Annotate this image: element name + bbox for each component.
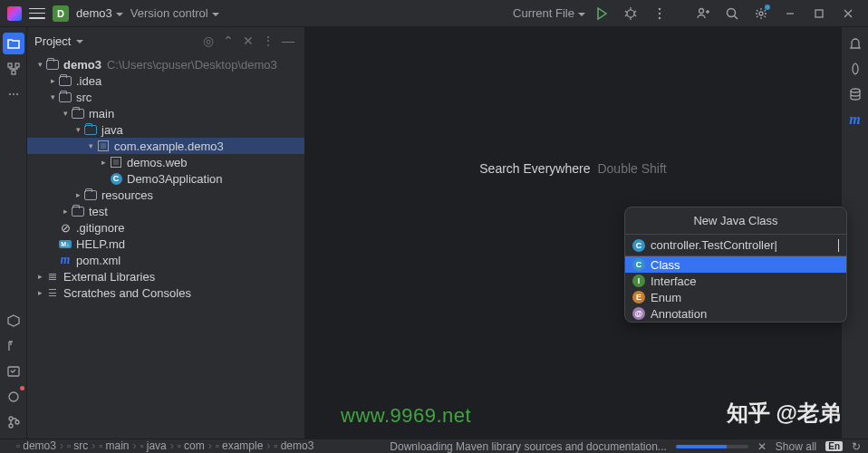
popup-option-class[interactable]: CClass bbox=[625, 256, 846, 273]
code-with-me-icon[interactable] bbox=[690, 1, 716, 26]
tree-node-pom[interactable]: mpom.xml bbox=[27, 252, 304, 268]
settings-icon[interactable] bbox=[748, 1, 774, 26]
run-config-selector[interactable]: Current File bbox=[513, 6, 585, 20]
breadcrumb-item[interactable]: ▫demo3 bbox=[274, 439, 313, 452]
vcs-widget[interactable]: Version control bbox=[130, 6, 219, 20]
tree-node-main[interactable]: ▾main bbox=[27, 105, 304, 121]
chevron-down-icon[interactable] bbox=[76, 40, 83, 43]
minimize-button[interactable] bbox=[777, 1, 803, 26]
breadcrumb-separator: › bbox=[208, 439, 212, 452]
svg-point-18 bbox=[15, 420, 19, 424]
svg-point-3 bbox=[659, 16, 661, 18]
problems-tool-button[interactable] bbox=[3, 386, 24, 408]
tree-node-resources[interactable]: ▸resources bbox=[27, 187, 304, 203]
language-indicator[interactable]: En bbox=[825, 441, 843, 451]
svg-point-13 bbox=[16, 93, 18, 95]
tool-options-icon[interactable]: ⋮ bbox=[259, 32, 277, 50]
tree-node-src[interactable]: ▾src bbox=[27, 89, 304, 105]
popup-option-enum[interactable]: EEnum bbox=[625, 289, 846, 305]
svg-point-15 bbox=[9, 392, 18, 401]
breadcrumb-item[interactable]: ▫src bbox=[67, 439, 88, 452]
search-icon[interactable] bbox=[719, 1, 745, 26]
project-tree[interactable]: ▾demo3C:\Users\cpuser\Desktop\demo3 ▸.id… bbox=[27, 54, 304, 439]
vcs-tool-button[interactable] bbox=[3, 411, 24, 433]
project-tool-title: Project bbox=[34, 34, 71, 48]
maven-icon[interactable]: m bbox=[844, 109, 866, 130]
select-opened-file-icon[interactable]: ◎ bbox=[199, 32, 217, 50]
svg-rect-9 bbox=[15, 63, 19, 67]
breadcrumb-item[interactable]: ▫demo3 bbox=[16, 439, 56, 452]
main-menu-icon[interactable] bbox=[29, 7, 45, 20]
kind-icon: C bbox=[632, 258, 645, 271]
tree-node-test[interactable]: ▸test bbox=[27, 203, 304, 219]
project-selector[interactable]: demo3 bbox=[76, 6, 123, 20]
kind-icon: I bbox=[632, 275, 645, 287]
svg-point-19 bbox=[851, 89, 860, 92]
svg-point-2 bbox=[659, 12, 661, 14]
tree-node-idea[interactable]: ▸.idea bbox=[27, 72, 304, 89]
status-extra-icon[interactable]: ↻ bbox=[852, 440, 861, 453]
tree-node-package-selected[interactable]: ▾com.example.demo3 bbox=[27, 138, 304, 154]
database-icon[interactable] bbox=[844, 83, 866, 105]
navigation-breadcrumb[interactable]: ▫demo3›▫src›▫main›▫java›▫com›▫example›▫d… bbox=[16, 439, 313, 453]
structure-tool-button[interactable] bbox=[3, 58, 24, 80]
class-name-input[interactable]: controller.TestController bbox=[651, 238, 833, 252]
tree-node-scratches[interactable]: ▸☰Scratches and Consoles bbox=[27, 284, 304, 301]
terminal-tool-button[interactable] bbox=[3, 335, 24, 357]
kind-icon: E bbox=[632, 291, 645, 304]
option-label: Annotation bbox=[651, 307, 707, 321]
expand-all-icon[interactable]: ⌃ bbox=[219, 32, 237, 50]
chevron-down-icon bbox=[212, 13, 219, 16]
popup-option-interface[interactable]: IInterface bbox=[625, 273, 846, 289]
project-tool-button[interactable] bbox=[3, 33, 24, 54]
tree-node-external-libs[interactable]: ▸𝌆External Libraries bbox=[27, 268, 304, 284]
svg-point-5 bbox=[728, 8, 736, 16]
hint-shortcut: Double Shift bbox=[597, 161, 666, 176]
svg-point-12 bbox=[13, 93, 14, 95]
maximize-button[interactable] bbox=[806, 1, 832, 26]
collapse-all-icon[interactable]: ✕ bbox=[239, 32, 257, 50]
breadcrumb-item[interactable]: ▫com bbox=[178, 439, 205, 452]
breadcrumb-item[interactable]: ▫java bbox=[140, 439, 167, 452]
tree-node-java[interactable]: ▾java bbox=[27, 121, 304, 138]
svg-rect-10 bbox=[12, 71, 15, 74]
breadcrumb-item[interactable]: ▫main bbox=[99, 439, 129, 452]
svg-rect-8 bbox=[8, 63, 12, 67]
project-tool-header: Project ◎ ⌃ ✕ ⋮ — bbox=[27, 27, 304, 54]
breadcrumb-separator: › bbox=[170, 439, 174, 452]
notifications-icon[interactable] bbox=[844, 33, 866, 54]
breadcrumb-separator: › bbox=[92, 439, 95, 452]
breadcrumb-separator: › bbox=[133, 439, 137, 452]
project-badge: D bbox=[53, 5, 69, 22]
show-all-link[interactable]: Show all bbox=[776, 440, 816, 453]
more-tools-button[interactable] bbox=[3, 83, 24, 105]
hide-tool-icon[interactable]: — bbox=[279, 32, 297, 50]
more-actions-button[interactable] bbox=[647, 1, 672, 26]
vcs-label: Version control bbox=[130, 6, 208, 20]
services-tool-button[interactable] bbox=[3, 310, 24, 332]
status-message: Downloading Maven library sources and do… bbox=[390, 440, 667, 453]
svg-rect-7 bbox=[815, 10, 823, 17]
popup-input-row: C controller.TestController bbox=[625, 234, 846, 256]
tree-node-package-web[interactable]: ▸demos.web bbox=[27, 154, 304, 170]
tree-node-root[interactable]: ▾demo3C:\Users\cpuser\Desktop\demo3 bbox=[27, 56, 304, 72]
watermark-url: www.9969.net bbox=[341, 404, 471, 428]
hint-label: Search Everywhere bbox=[479, 161, 590, 176]
breadcrumb-item[interactable]: ▫example bbox=[216, 439, 264, 452]
ai-assistant-icon[interactable] bbox=[844, 58, 866, 80]
close-button[interactable] bbox=[835, 1, 861, 26]
cancel-task-icon[interactable]: ✕ bbox=[757, 440, 767, 453]
tree-node-gitignore[interactable]: ⊘.gitignore bbox=[27, 219, 304, 236]
breadcrumb-separator: › bbox=[60, 439, 63, 452]
tree-node-app-class[interactable]: CDemo3Application bbox=[27, 170, 304, 187]
tree-node-help[interactable]: M↓HELP.md bbox=[27, 236, 304, 252]
option-label: Class bbox=[651, 258, 680, 272]
popup-option-annotation[interactable]: @Annotation bbox=[625, 305, 846, 322]
search-everywhere-hint: Search Everywhere Double Shift bbox=[479, 161, 666, 176]
run-button[interactable] bbox=[589, 1, 614, 26]
svg-point-17 bbox=[9, 424, 13, 428]
class-icon: C bbox=[632, 239, 645, 252]
run-tool-button[interactable] bbox=[3, 361, 24, 382]
project-name: demo3 bbox=[76, 6, 112, 20]
debug-button[interactable] bbox=[618, 1, 643, 26]
